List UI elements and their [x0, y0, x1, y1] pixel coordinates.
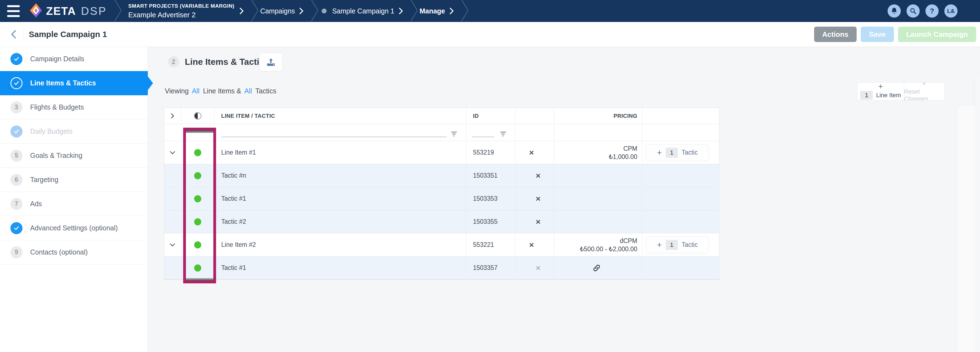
back-arrow-icon[interactable] [10, 30, 16, 39]
sidebar-item-flights-budgets[interactable]: 3 Flights & Budgets [0, 95, 148, 120]
sidebar-item-label: Flights & Budgets [30, 103, 84, 111]
line-item-name[interactable]: Line Item #2 [221, 241, 256, 248]
tactic-name[interactable]: Tactic #1 [221, 195, 246, 202]
expand-toggle[interactable] [164, 234, 181, 256]
status-dot-green [194, 264, 201, 272]
delete-icon[interactable]: × [536, 195, 541, 202]
delete-icon[interactable]: × [529, 149, 534, 156]
pricing-column-header[interactable]: PRICING [554, 108, 643, 124]
step-number-badge: 9 [10, 246, 22, 258]
hamburger-menu-icon[interactable] [7, 5, 20, 17]
sidebar-item-label: Campaign Details [30, 55, 84, 63]
upload-button[interactable] [259, 53, 282, 71]
pricing-type: dCPM [620, 237, 637, 244]
step-number-badge: 2 [168, 56, 179, 67]
viewing-all-line-items-link[interactable]: All [192, 87, 200, 95]
name-filter-input[interactable] [221, 136, 447, 137]
id-filter-input[interactable] [472, 136, 495, 137]
status-column-header[interactable] [181, 108, 215, 124]
sidebar-item-advanced-settings[interactable]: Advanced Settings (optional) [0, 216, 148, 240]
chevron-down-icon [169, 151, 175, 155]
sidebar-item-contacts[interactable]: 9 Contacts (optional) [0, 240, 148, 264]
delete-icon[interactable]: × [536, 264, 541, 272]
delete-icon[interactable]: × [536, 172, 541, 179]
line-item-adder-group: + 1 Line Item × Reset Changes [857, 82, 945, 101]
status-dot-green [194, 242, 201, 248]
sidebar-item-goals-tracking[interactable]: 5 Goals & Tracking [0, 144, 148, 168]
line-item-count-box[interactable]: 1 [860, 91, 873, 100]
name-column-header[interactable]: LINE ITEM / TACTIC [215, 108, 466, 124]
chevron-right-icon [239, 7, 244, 14]
breadcrumb-advertiser-eyebrow: SMART PROJECTS (VARIABLE MARGIN) [128, 3, 234, 9]
reset-changes-button[interactable]: × Reset Changes [904, 83, 944, 100]
help-icon[interactable]: ? [926, 5, 939, 18]
plus-icon[interactable]: + [657, 149, 662, 157]
add-tactic-stepper[interactable]: + 1 Tactic [646, 144, 709, 161]
launch-campaign-button[interactable]: Launch Campaign [898, 27, 976, 42]
tactic-name[interactable]: Tactic #2 [221, 218, 246, 226]
add-tactic-stepper[interactable]: + 1 Tactic [646, 237, 709, 253]
viewing-all-tactics-link[interactable]: All [244, 87, 252, 95]
breadcrumb-manage-label: Manage [420, 7, 445, 15]
tactic-id: 1503357 [473, 264, 498, 272]
link-icon[interactable] [592, 264, 601, 272]
close-icon: × [922, 82, 926, 86]
actions-button[interactable]: Actions [814, 27, 857, 42]
plus-icon[interactable]: + [657, 241, 662, 249]
table-row-tactic: Tactic #n 1503351 × [164, 164, 719, 187]
sidebar-item-label: Contacts (optional) [30, 248, 88, 256]
delete-icon[interactable]: × [529, 242, 534, 248]
page-title: Sample Campaign 1 [29, 30, 107, 39]
tactic-name[interactable]: Tactic #1 [221, 264, 246, 272]
check-circle-icon [10, 222, 22, 234]
check-circle-icon [10, 53, 22, 65]
viewing-suffix: Tactics [255, 87, 276, 95]
line-items-table: LINE ITEM / TACTIC ID PRICING [164, 108, 719, 280]
upload-icon [266, 58, 276, 67]
sidebar-item-label: Daily Budgets [30, 127, 72, 135]
pricing-cell[interactable]: CPM ₺1,000.00 [609, 144, 637, 161]
sidebar-item-campaign-details[interactable]: Campaign Details [0, 47, 148, 71]
tactic-count-box[interactable]: 1 [666, 148, 678, 158]
sidebar-item-ads[interactable]: 7 Ads [0, 192, 148, 216]
sidebar-item-line-items-tactics[interactable]: Line Items & Tactics [0, 71, 148, 95]
breadcrumb-manage[interactable]: Manage [420, 7, 454, 15]
expand-toggle[interactable] [164, 141, 181, 164]
check-circle-outline-icon [10, 77, 22, 89]
zeta-logo-icon [30, 3, 42, 19]
add-line-item-button[interactable]: + 1 Line Item [858, 83, 904, 100]
table-filter-row [164, 124, 719, 141]
check-circle-light-icon [10, 125, 22, 138]
breadcrumb-advertiser-label: Example Advertiser 2 [128, 11, 234, 19]
brand-zeta: ZETA [46, 5, 76, 17]
breadcrumb-campaign-label: Sample Campaign 1 [332, 7, 394, 15]
search-icon[interactable] [907, 5, 920, 18]
save-button[interactable]: Save [861, 27, 894, 42]
tactic-id: 1503353 [473, 195, 498, 202]
status-dot-green [194, 195, 201, 202]
line-item-name[interactable]: Line Item #1 [221, 149, 256, 156]
sidebar-item-daily-budgets[interactable]: Daily Budgets [0, 120, 148, 144]
reset-changes-label: Reset Changes [904, 88, 944, 101]
breadcrumb-divider [114, 0, 122, 22]
pricing-cell[interactable]: dCPM ₺500.00 - ₺2,000.00 [580, 237, 638, 253]
filter-icon[interactable] [451, 131, 457, 136]
sidebar-item-targeting[interactable]: 6 Targeting [0, 168, 148, 192]
sidebar-item-label: Ads [30, 200, 42, 208]
collapse-all-toggle[interactable] [164, 108, 181, 124]
tactic-name[interactable]: Tactic #n [221, 172, 246, 179]
notifications-bell-icon[interactable] [888, 5, 901, 18]
breadcrumb-campaign[interactable]: Sample Campaign 1 [320, 7, 403, 15]
user-avatar[interactable]: L& [944, 5, 958, 18]
delete-icon[interactable]: × [536, 218, 541, 226]
filter-icon[interactable] [500, 131, 506, 136]
breadcrumb-advertiser[interactable]: SMART PROJECTS (VARIABLE MARGIN) Example… [128, 3, 244, 19]
id-column-header[interactable]: ID [466, 108, 515, 124]
breadcrumb-campaigns[interactable]: Campaigns [260, 7, 304, 15]
breadcrumb-campaigns-label: Campaigns [260, 7, 295, 15]
wizard-sidebar: Campaign Details Line Items & Tactics 3 … [0, 47, 148, 352]
collapsed-right-panel-edge [974, 76, 980, 352]
sidebar-item-label: Targeting [30, 176, 59, 184]
tactic-count-box[interactable]: 1 [666, 240, 678, 250]
breadcrumb-divider [410, 0, 418, 22]
